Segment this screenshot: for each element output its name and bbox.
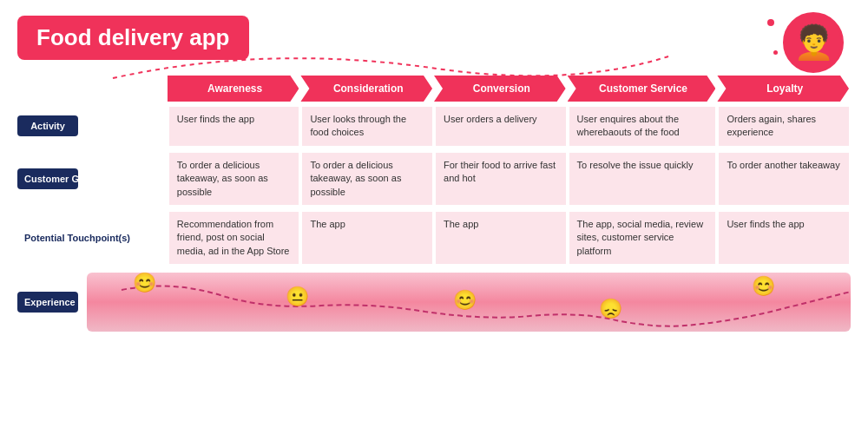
app-title: Food delivery app xyxy=(36,24,230,50)
emoji-loyalty: 😊 xyxy=(752,275,775,298)
activity-cell-2: User orders a delivery xyxy=(434,105,568,148)
touchpoint-row: Potential Touchpoint(s) Recommendation f… xyxy=(17,210,851,266)
emoji-consideration: 😐 xyxy=(286,286,309,308)
journey-table: Awareness Consideration Conversion Custo… xyxy=(17,76,851,266)
activity-cell-0: User finds the app xyxy=(168,105,301,148)
activity-cell-1: User looks through the food choices xyxy=(300,105,434,148)
title-box: Food delivery app xyxy=(17,16,249,60)
stage-conversion: Conversion xyxy=(434,76,566,102)
goal-cell-3: To resolve the issue quickly xyxy=(568,151,718,207)
experience-label: Experience xyxy=(17,292,78,313)
emoji-conversion: 😊 xyxy=(453,289,477,312)
touch-cell-4: User finds the app xyxy=(717,210,851,266)
stage-header-row: Awareness Consideration Conversion Custo… xyxy=(17,76,851,105)
touch-cell-3: The app, social media, review sites, cus… xyxy=(568,210,718,266)
goal-label: Customer Goal xyxy=(17,168,78,189)
dot-decoration xyxy=(773,50,778,55)
activity-row: Activity User finds the app User looks t… xyxy=(17,105,851,148)
touch-cell-1: The app xyxy=(300,210,434,266)
goal-cell-0: To order a delicious takeaway, as soon a… xyxy=(168,151,301,207)
touch-cell-0: Recommendation from friend, post on soci… xyxy=(168,210,301,266)
touchpoint-label: Potential Touchpoint(s) xyxy=(17,227,78,248)
stage-awareness: Awareness xyxy=(168,76,299,102)
activity-label: Activity xyxy=(17,115,78,136)
stage-consideration: Consideration xyxy=(300,76,432,102)
goal-row: Customer Goal To order a delicious takea… xyxy=(17,151,851,207)
goal-cell-4: To order another takeaway xyxy=(717,151,851,207)
experience-section: Experience 😊 😐 😊 😞 😊 xyxy=(17,273,851,332)
activity-cell-3: User enquires about the wherebaouts of t… xyxy=(568,105,718,148)
touch-cell-2: The app xyxy=(434,210,568,266)
activity-cell-4: Orders again, shares experience xyxy=(717,105,851,148)
stage-customer-service: Customer Service xyxy=(568,76,716,102)
dot-decoration xyxy=(767,19,774,26)
goal-cell-1: To order a delicious takeaway, as soon a… xyxy=(300,151,434,207)
goal-cell-2: For their food to arrive fast and hot xyxy=(434,151,568,207)
stage-loyalty: Loyalty xyxy=(717,76,849,102)
emoji-customer-service: 😞 xyxy=(599,298,622,320)
avatar: 🧑‍🦱 xyxy=(783,12,844,73)
emoji-awareness: 😊 xyxy=(133,272,156,294)
